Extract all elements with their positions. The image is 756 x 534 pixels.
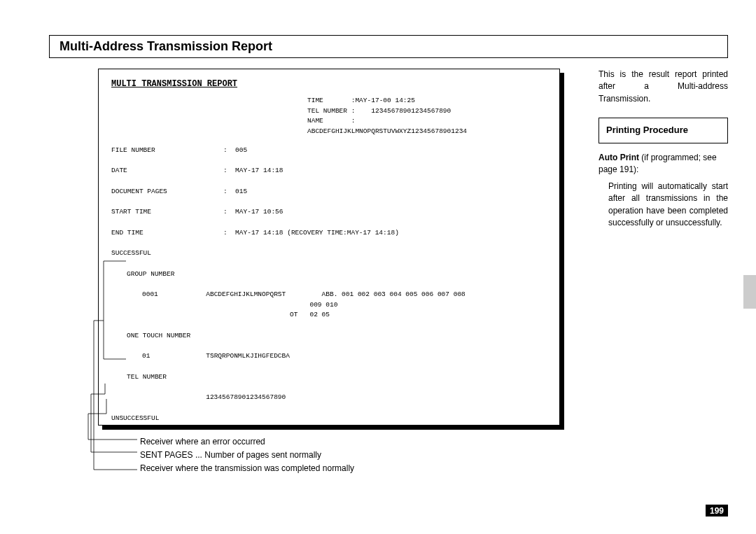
group-number-label: GROUP NUMBER — [127, 269, 547, 280]
auto-print-line: Auto Print (if programmed; see page 191)… — [598, 152, 728, 176]
grp1-ot-label: OT — [290, 311, 298, 318]
grp1-abb2: 009 010 — [309, 301, 337, 309]
kv-file-number-label: FILE NUMBER — [111, 146, 223, 156]
successful-label: SUCCESSFUL — [111, 248, 547, 259]
hdr-tel-value: 12345678901234567890 — [371, 107, 451, 115]
thumb-tab — [743, 275, 756, 309]
report-heading: MULTI TRANSMISSION REPORT — [111, 79, 547, 89]
grp1-name: ABCDEFGHIJKLMNOPQRST — [206, 290, 286, 298]
one-touch-label: ONE TOUCH NUMBER — [127, 331, 547, 342]
report-kv-block: FILE NUMBER: 005 DATE: MAY-17 14:18 DOCU… — [111, 146, 547, 426]
report-box: MULTI TRANSMISSION REPORT TIME :MAY-17-0… — [98, 69, 560, 426]
left-column: MULTI TRANSMISSION REPORT TIME :MAY-17-0… — [49, 69, 581, 426]
grp1-abb: 001 002 003 004 005 006 007 008 — [342, 290, 465, 298]
callout-3: Receiver where the transmission was comp… — [140, 462, 354, 475]
grp1-ot: 02 05 — [309, 311, 330, 318]
unsuccessful-label: UNSUCCESSFUL — [111, 414, 547, 424]
report-figure: MULTI TRANSMISSION REPORT TIME :MAY-17-0… — [98, 69, 560, 426]
hdr-tel-label: TEL NUMBER — [307, 107, 347, 115]
kv-doc-pages-value: 015 — [235, 188, 247, 195]
hdr-name-line: ABCDEFGHIJKLMNOPQRSTUVWXYZ12345678901234 — [307, 127, 467, 135]
sent-pages-label: SENT PAGES — [111, 423, 547, 426]
callout-text-block: Receiver where an error occurred SENT PA… — [140, 435, 354, 476]
auto-print-bold: Auto Print — [598, 153, 639, 162]
manual-page: Multi-Address Transmission Report MULTI … — [0, 0, 756, 534]
grp1-id: 0001 — [142, 290, 158, 298]
kv-doc-pages-label: DOCUMENT PAGES — [111, 187, 223, 197]
grp1-abb-label: ABB. — [322, 290, 338, 298]
page-title: Multi-Address Transmission Report — [55, 38, 274, 55]
ot-name: TSRQRPONMLKJIHGFEDCBA — [206, 352, 290, 360]
page-number-badge: 199 — [706, 505, 728, 517]
callout-2: SENT PAGES ... Number of pages sent norm… — [140, 449, 354, 462]
printing-procedure-title: Printing Procedure — [606, 125, 688, 135]
kv-end-time-value: MAY-17 14:18 (RECOVERY TIME:MAY-17 14:18… — [235, 229, 399, 237]
title-bar: Multi-Address Transmission Report — [49, 35, 728, 58]
hdr-time-value: MAY-17-00 14:25 — [355, 97, 415, 104]
ot-id: 01 — [142, 352, 150, 360]
kv-file-number-value: 005 — [235, 146, 247, 154]
kv-end-time-label: END TIME — [111, 228, 223, 239]
hdr-name-label: NAME — [307, 117, 323, 125]
right-intro: This is the result report printed after … — [598, 69, 728, 105]
tel-number-label: TEL NUMBER — [127, 372, 547, 383]
hdr-time-label: TIME — [307, 97, 323, 104]
kv-date-value: MAY-17 14:18 — [235, 167, 283, 174]
kv-start-time-value: MAY-17 10:56 — [235, 208, 283, 216]
body-area: MULTI TRANSMISSION REPORT TIME :MAY-17-0… — [49, 69, 728, 426]
right-column: This is the result report printed after … — [581, 69, 728, 229]
auto-print-body: Printing will automatically start after … — [598, 181, 728, 230]
printing-procedure-title-box: Printing Procedure — [598, 118, 728, 143]
callout-1: Receiver where an error occurred — [140, 435, 354, 449]
report-header-lines: TIME :MAY-17-00 14:25 TEL NUMBER : 12345… — [307, 96, 547, 137]
tel-number-value: 12345678901234567890 — [206, 393, 286, 401]
kv-start-time-label: START TIME — [111, 207, 223, 218]
kv-date-label: DATE — [111, 166, 223, 176]
